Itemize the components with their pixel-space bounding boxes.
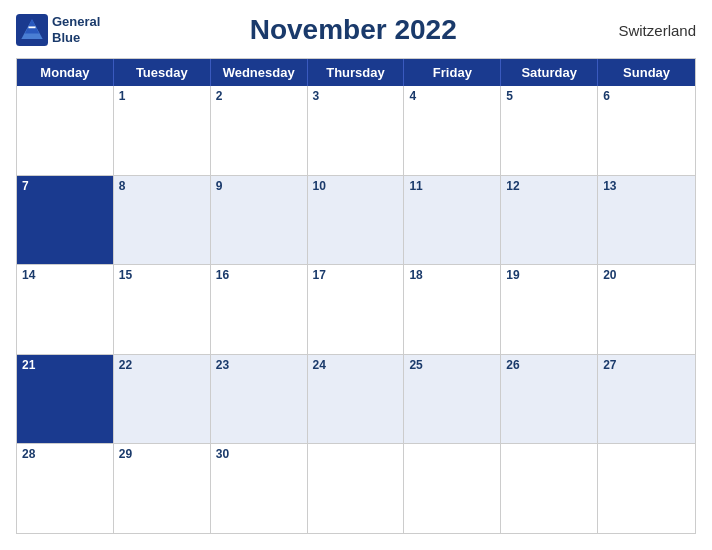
calendar-cell-r1c0: 7: [17, 176, 114, 265]
cell-date-26: 26: [506, 358, 519, 372]
calendar-row-1: 78910111213: [17, 175, 695, 265]
calendar-cell-r2c2: 16: [211, 265, 308, 354]
calendar-title: November 2022: [100, 14, 606, 46]
day-header-thursday: Thursday: [308, 59, 405, 86]
calendar-cell-r0c0: [17, 86, 114, 175]
cell-date-1: 1: [119, 89, 126, 103]
cell-date-9: 9: [216, 179, 223, 193]
calendar-cell-r2c4: 18: [404, 265, 501, 354]
cell-date-2: 2: [216, 89, 223, 103]
calendar-cell-r0c2: 2: [211, 86, 308, 175]
calendar-cell-r0c3: 3: [308, 86, 405, 175]
svg-rect-3: [28, 26, 35, 28]
cell-date-23: 23: [216, 358, 229, 372]
cell-date-22: 22: [119, 358, 132, 372]
calendar-cell-r0c6: 6: [598, 86, 695, 175]
day-header-monday: Monday: [17, 59, 114, 86]
calendar-cell-r2c6: 20: [598, 265, 695, 354]
calendar-row-4: 282930: [17, 443, 695, 533]
day-headers: MondayTuesdayWednesdayThursdayFridaySatu…: [17, 59, 695, 86]
cell-date-30: 30: [216, 447, 229, 461]
calendar-cell-r2c0: 14: [17, 265, 114, 354]
cell-date-11: 11: [409, 179, 422, 193]
cell-date-18: 18: [409, 268, 422, 282]
calendar-cell-r4c2: 30: [211, 444, 308, 533]
calendar-cell-r3c0: 21: [17, 355, 114, 444]
calendar-body: 1234567891011121314151617181920212223242…: [17, 86, 695, 533]
cell-date-16: 16: [216, 268, 229, 282]
calendar-cell-r3c2: 23: [211, 355, 308, 444]
calendar-cell-r2c3: 17: [308, 265, 405, 354]
logo-text: General Blue: [52, 14, 100, 45]
cell-date-3: 3: [313, 89, 320, 103]
calendar-cell-r4c6: [598, 444, 695, 533]
calendar-cell-r2c5: 19: [501, 265, 598, 354]
calendar-cell-r1c1: 8: [114, 176, 211, 265]
calendar-cell-r0c1: 1: [114, 86, 211, 175]
cell-date-24: 24: [313, 358, 326, 372]
calendar-cell-r1c2: 9: [211, 176, 308, 265]
calendar-cell-r3c4: 25: [404, 355, 501, 444]
cell-date-19: 19: [506, 268, 519, 282]
calendar-cell-r3c1: 22: [114, 355, 211, 444]
calendar-cell-r4c1: 29: [114, 444, 211, 533]
calendar-cell-r3c5: 26: [501, 355, 598, 444]
calendar-wrapper: General Blue November 2022 Switzerland M…: [0, 0, 712, 550]
cell-date-27: 27: [603, 358, 616, 372]
cell-date-4: 4: [409, 89, 416, 103]
cell-date-13: 13: [603, 179, 616, 193]
general-blue-logo-icon: [16, 14, 48, 46]
calendar-cell-r2c1: 15: [114, 265, 211, 354]
logo-area: General Blue: [16, 14, 100, 46]
cell-date-8: 8: [119, 179, 126, 193]
calendar-cell-r4c3: [308, 444, 405, 533]
cell-date-25: 25: [409, 358, 422, 372]
calendar-cell-r4c4: [404, 444, 501, 533]
country-label: Switzerland: [606, 22, 696, 39]
calendar-cell-r1c4: 11: [404, 176, 501, 265]
cell-date-10: 10: [313, 179, 326, 193]
calendar-header: General Blue November 2022 Switzerland: [16, 10, 696, 50]
calendar-cell-r4c0: 28: [17, 444, 114, 533]
cell-date-12: 12: [506, 179, 519, 193]
calendar-cell-r3c6: 27: [598, 355, 695, 444]
calendar-row-2: 14151617181920: [17, 264, 695, 354]
cell-date-21: 21: [22, 358, 35, 372]
cell-date-17: 17: [313, 268, 326, 282]
day-header-friday: Friday: [404, 59, 501, 86]
calendar-row-3: 21222324252627: [17, 354, 695, 444]
day-header-saturday: Saturday: [501, 59, 598, 86]
calendar-row-0: 123456: [17, 86, 695, 175]
cell-date-7: 7: [22, 179, 29, 193]
calendar-grid: MondayTuesdayWednesdayThursdayFridaySatu…: [16, 58, 696, 534]
calendar-cell-r4c5: [501, 444, 598, 533]
calendar-cell-r1c6: 13: [598, 176, 695, 265]
cell-date-5: 5: [506, 89, 513, 103]
cell-date-20: 20: [603, 268, 616, 282]
calendar-cell-r1c5: 12: [501, 176, 598, 265]
cell-date-6: 6: [603, 89, 610, 103]
day-header-sunday: Sunday: [598, 59, 695, 86]
day-header-wednesday: Wednesday: [211, 59, 308, 86]
cell-date-15: 15: [119, 268, 132, 282]
calendar-cell-r1c3: 10: [308, 176, 405, 265]
cell-date-29: 29: [119, 447, 132, 461]
calendar-cell-r0c4: 4: [404, 86, 501, 175]
cell-date-14: 14: [22, 268, 35, 282]
calendar-cell-r0c5: 5: [501, 86, 598, 175]
calendar-cell-r3c3: 24: [308, 355, 405, 444]
cell-date-28: 28: [22, 447, 35, 461]
day-header-tuesday: Tuesday: [114, 59, 211, 86]
